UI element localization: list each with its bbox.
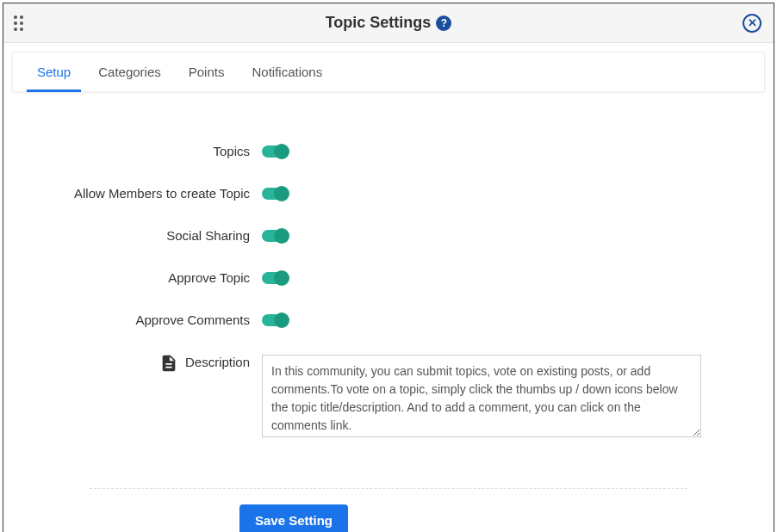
- close-icon: ✕: [748, 17, 757, 28]
- tab-categories[interactable]: Categories: [88, 53, 171, 92]
- modal-header: Topic Settings ? ✕: [3, 3, 774, 43]
- toggle-approve-topic[interactable]: [262, 272, 288, 284]
- label-approve-topic: Approve Topic: [38, 270, 262, 285]
- save-button[interactable]: Save Setting: [239, 504, 348, 532]
- tabs-container: Setup Categories Points Notifications: [3, 43, 774, 92]
- actions-bar: Save Setting: [3, 504, 774, 532]
- modal-title-text: Topic Settings: [326, 14, 432, 32]
- label-approve-comments: Approve Comments: [38, 312, 262, 327]
- tab-points[interactable]: Points: [178, 53, 235, 92]
- toggle-social-sharing[interactable]: [262, 230, 288, 242]
- label-topics: Topics: [38, 144, 262, 158]
- row-approve-topic: Approve Topic: [38, 270, 739, 287]
- toggle-topics[interactable]: [262, 145, 288, 158]
- row-allow-create: Allow Members to create Topic: [38, 186, 739, 202]
- label-description-text: Description: [185, 355, 250, 369]
- row-description: Description: [38, 355, 739, 440]
- tab-notifications[interactable]: Notifications: [241, 53, 333, 92]
- label-social-sharing: Social Sharing: [38, 228, 262, 243]
- toggle-allow-create[interactable]: [262, 188, 288, 200]
- description-textarea[interactable]: [262, 355, 701, 437]
- close-button[interactable]: ✕: [743, 14, 761, 33]
- row-topics: Topics: [38, 144, 739, 160]
- settings-body: Topics Allow Members to create Topic Soc…: [3, 92, 774, 483]
- toggle-approve-comments[interactable]: [262, 314, 288, 326]
- row-approve-comments: Approve Comments: [38, 312, 739, 329]
- divider: [90, 488, 687, 489]
- help-icon[interactable]: ?: [436, 15, 451, 31]
- label-allow-create: Allow Members to create Topic: [38, 186, 262, 201]
- document-icon: [159, 353, 178, 374]
- topic-settings-modal: Topic Settings ? ✕ Setup Categories Poin…: [3, 3, 774, 532]
- drag-handle-icon[interactable]: [14, 15, 23, 31]
- tabs: Setup Categories Points Notifications: [12, 52, 765, 92]
- tab-setup[interactable]: Setup: [27, 53, 81, 92]
- modal-title: Topic Settings ?: [326, 14, 452, 32]
- label-description: Description: [38, 355, 262, 374]
- row-social-sharing: Social Sharing: [38, 228, 739, 244]
